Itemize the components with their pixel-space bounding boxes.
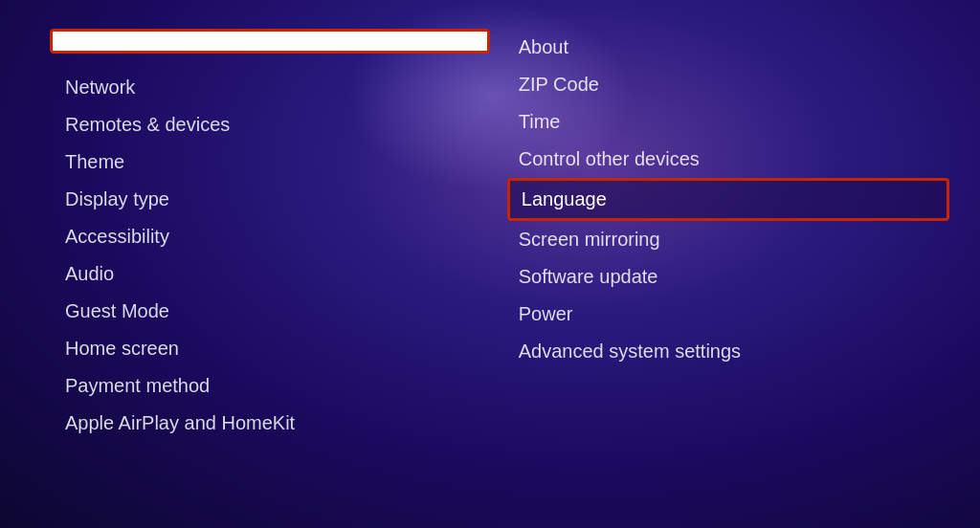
left-menu-item[interactable]: Network: [65, 69, 500, 106]
left-menu: NetworkRemotes & devicesThemeDisplay typ…: [50, 69, 500, 442]
left-menu-item[interactable]: Guest Mode: [65, 293, 500, 330]
left-menu-item[interactable]: Payment method: [65, 367, 500, 405]
left-menu-item[interactable]: Display type: [65, 181, 500, 218]
right-menu-item[interactable]: Advanced system settings: [519, 333, 949, 370]
right-menu-item[interactable]: About: [519, 29, 949, 66]
main-content: NetworkRemotes & devicesThemeDisplay typ…: [0, 29, 980, 442]
right-menu-item-selected[interactable]: Language: [507, 178, 949, 221]
left-column: NetworkRemotes & devicesThemeDisplay typ…: [31, 29, 500, 442]
right-column: AboutZIP CodeTimeControl other devicesLa…: [500, 29, 949, 442]
right-menu-item[interactable]: Control other devices: [519, 141, 949, 178]
left-menu-item[interactable]: Accessibility: [65, 218, 500, 255]
system-selected-item[interactable]: [50, 29, 490, 54]
right-menu-item[interactable]: Time: [519, 103, 949, 141]
left-menu-item[interactable]: Home screen: [65, 330, 500, 367]
right-menu-item[interactable]: Power: [519, 296, 949, 333]
header: [0, 0, 980, 19]
left-menu-item[interactable]: Apple AirPlay and HomeKit: [65, 405, 500, 442]
right-menu-item[interactable]: Screen mirroring: [519, 221, 949, 258]
left-menu-item[interactable]: Remotes & devices: [65, 106, 500, 143]
left-menu-item[interactable]: Audio: [65, 255, 500, 293]
right-menu-item[interactable]: ZIP Code: [519, 66, 949, 103]
right-menu-item[interactable]: Software update: [519, 258, 949, 296]
left-menu-item[interactable]: Theme: [65, 143, 500, 181]
